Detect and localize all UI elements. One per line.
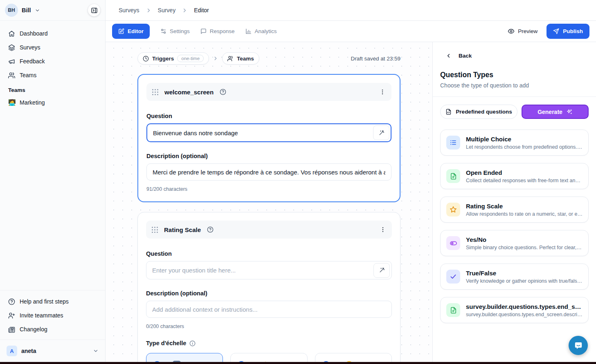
kebab-menu-icon[interactable] (379, 89, 386, 95)
description-input[interactable] (146, 163, 391, 181)
file-text-icon (446, 169, 460, 183)
type-description: survey.builder.questions.types.end_scree… (466, 312, 583, 317)
sidebar-item-invite[interactable]: Invite teammates (4, 308, 101, 322)
question-input[interactable] (146, 261, 392, 279)
sidebar-item-dashboard[interactable]: Dashboard (4, 27, 101, 40)
user-name[interactable]: Bill (22, 7, 31, 13)
chevron-down-icon (93, 348, 99, 354)
publish-label: Publish (563, 28, 583, 34)
panel-collapse-icon (91, 7, 98, 14)
type-description: Allow respondents to rate on a numeric, … (466, 211, 583, 217)
org-switcher[interactable]: A aneta (4, 344, 101, 358)
screen-bottom-edge (0, 362, 596, 364)
breadcrumb-survey[interactable]: Survey (158, 7, 176, 13)
sidebar-item-marketing[interactable]: 🧑‍💻 Marketing (4, 96, 101, 109)
sidebar-item-teams[interactable]: Teams (4, 68, 101, 82)
card-header: Rating Scale (146, 221, 392, 239)
question-type-list: Multiple Choice Let respondents choose f… (440, 130, 589, 323)
sidebar-item-feedback[interactable]: Feedback (4, 54, 101, 68)
check-icon (446, 270, 460, 284)
sidebar-item-label: Invite teammates (20, 312, 63, 319)
question-type-rating-scale[interactable]: Rating Scale Allow respondents to rate o… (440, 197, 589, 223)
drag-handle-icon[interactable] (152, 227, 158, 233)
generate-label: Generate (538, 109, 562, 115)
chat-widget-button[interactable] (569, 336, 588, 355)
question-type-true-false[interactable]: True/False Verify knowledge or gather op… (440, 264, 589, 290)
help-circle-icon[interactable] (220, 89, 226, 95)
scale-option-numeric[interactable]: # Numeric (146, 353, 223, 362)
question-label: Question (146, 113, 391, 119)
info-circle-icon[interactable] (189, 340, 196, 346)
tab-analytics[interactable]: Analytics (245, 28, 277, 34)
type-title: Rating Scale (466, 203, 583, 210)
tab-editor[interactable]: Editor (112, 24, 150, 39)
back-button[interactable]: Back (440, 53, 589, 59)
tab-label: Editor (128, 28, 144, 34)
drag-handle-icon[interactable] (152, 89, 158, 95)
question-input[interactable] (146, 123, 391, 142)
star-icon (446, 203, 460, 217)
panel-subtitle: Choose the type of question to add (440, 82, 589, 89)
type-title: True/False (466, 270, 583, 277)
chat-bubble-icon (574, 341, 583, 351)
divider (433, 96, 596, 97)
char-count: 0/200 characters (146, 324, 392, 329)
triggers-pill[interactable]: Triggers one-time (137, 52, 209, 65)
sidebar-item-changelog[interactable]: Changelog (4, 322, 101, 336)
kebab-menu-icon[interactable] (380, 226, 386, 233)
draft-status: Draft saved at 23:59 (351, 56, 400, 62)
sidebar-item-surveys[interactable]: Surveys (4, 40, 101, 54)
tab-response[interactable]: Response (200, 28, 235, 34)
tab-label: Settings (170, 28, 190, 34)
question-type-yes-no[interactable]: Yes/No Simple binary choice questions. P… (440, 230, 589, 256)
scale-options: # Numeric Stars (146, 353, 392, 362)
tab-settings[interactable]: Settings (160, 28, 190, 34)
card-title: welcome_screen (164, 89, 214, 96)
sidebar-bottom-nav: Help and first steps Invite teammates Ch… (0, 290, 105, 336)
breadcrumb-surveys[interactable]: Surveys (119, 7, 139, 13)
toolbar-right: Preview Publish (508, 24, 589, 39)
preview-button[interactable]: Preview (508, 28, 538, 35)
file-text-icon (446, 303, 460, 317)
teams-pill[interactable]: Teams (222, 52, 259, 65)
description-label: Description (optional) (146, 290, 392, 297)
user-plus-icon (8, 312, 15, 319)
description-input[interactable] (146, 301, 392, 318)
question-card-rating-scale[interactable]: Rating Scale Question (137, 212, 400, 362)
scale-option-stars[interactable]: Stars (230, 353, 307, 362)
avatar[interactable]: BH (5, 4, 18, 17)
publish-button[interactable]: Publish (547, 24, 589, 39)
generate-button[interactable]: Generate (522, 105, 589, 119)
question-type-multiple-choice[interactable]: Multiple Choice Let respondents choose f… (440, 130, 589, 156)
magic-wand-button[interactable] (373, 125, 389, 140)
team-name: Marketing (20, 99, 45, 106)
magic-wand-button[interactable] (373, 263, 390, 278)
card-header: welcome_screen (146, 83, 391, 101)
org-name: aneta (21, 348, 36, 354)
sliders-icon (160, 28, 166, 34)
send-icon (553, 28, 559, 34)
question-type-open-ended[interactable]: Open Ended Collect detailed responses wi… (440, 163, 589, 189)
predefined-label: Predefined questions (456, 109, 512, 115)
survey-canvas: Triggers one-time Teams Draft sav (106, 42, 432, 362)
help-circle-icon[interactable] (207, 226, 214, 233)
clock-icon (143, 56, 149, 62)
predefined-questions-button[interactable]: Predefined questions (440, 105, 517, 119)
users-icon (8, 72, 15, 79)
chevron-down-icon[interactable] (35, 8, 40, 13)
panel-title: Question Types (440, 71, 589, 79)
teams-section-label: Teams (4, 82, 101, 96)
scale-option-emoji[interactable]: Emoji (315, 353, 392, 362)
question-card-welcome-screen[interactable]: welcome_screen Question (137, 74, 400, 202)
question-label: Question (146, 250, 392, 257)
canvas-pill-row: Triggers one-time Teams Draft sav (137, 52, 400, 65)
type-description: Collect detailed responses with free-for… (466, 178, 583, 183)
eye-icon (508, 28, 515, 35)
sidebar-item-help[interactable]: Help and first steps (4, 295, 101, 308)
megaphone-icon (8, 58, 15, 65)
type-title: Multiple Choice (466, 136, 583, 143)
content-row: Triggers one-time Teams Draft sav (106, 42, 596, 362)
users-icon (227, 56, 234, 62)
collapse-sidebar-button[interactable] (88, 4, 100, 16)
question-type-end-screen[interactable]: survey.builder.questions.types.end_scr..… (440, 297, 589, 323)
